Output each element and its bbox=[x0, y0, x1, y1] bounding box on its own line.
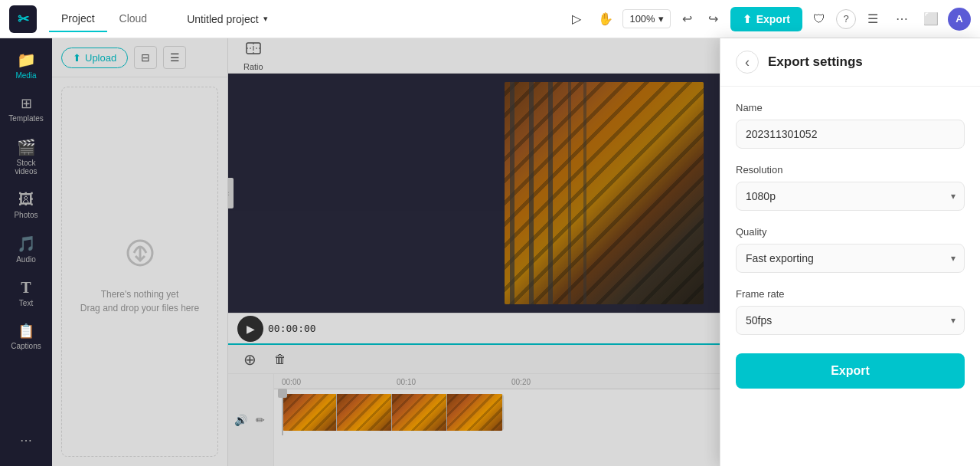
name-label: Name bbox=[736, 102, 965, 113]
project-title-text: Untitled project bbox=[187, 13, 258, 25]
templates-icon: ⊞ bbox=[21, 95, 32, 112]
framerate-label: Frame rate bbox=[736, 288, 965, 300]
quality-field: Quality Fast exporting High quality Best… bbox=[736, 226, 965, 273]
project-dropdown-icon: ▾ bbox=[263, 14, 268, 24]
sidebar-item-templates[interactable]: ⊞ Templates bbox=[4, 89, 48, 129]
media-icon: 📁 bbox=[17, 51, 36, 69]
zoom-control[interactable]: 100% ▾ bbox=[622, 9, 670, 28]
shield-btn[interactable]: 🛡 bbox=[807, 7, 831, 31]
sidebar-item-media-label: Media bbox=[15, 71, 36, 80]
more-icon: ⋯ bbox=[20, 433, 32, 448]
export-icon: ⬆ bbox=[743, 13, 752, 25]
sidebar-item-captions-label: Captions bbox=[11, 342, 41, 350]
select-tool-btn[interactable]: ▷ bbox=[564, 7, 589, 31]
quality-select-wrapper: Fast exporting High quality Best quality… bbox=[736, 244, 965, 273]
tab-project[interactable]: Project bbox=[49, 6, 107, 32]
layout-btn[interactable]: ☰ bbox=[861, 7, 885, 31]
audio-icon: 🎵 bbox=[17, 235, 36, 253]
sidebar-item-media[interactable]: 📁 Media bbox=[4, 44, 48, 86]
avatar[interactable]: A bbox=[948, 8, 971, 31]
tab-cloud[interactable]: Cloud bbox=[107, 6, 160, 32]
zoom-level: 100% bbox=[629, 13, 655, 25]
export-panel-body: Name Resolution 720p 1080p 4K ▾ Quality … bbox=[720, 87, 980, 404]
project-cloud-tabs: Project Cloud bbox=[49, 6, 159, 32]
resolution-field: Resolution 720p 1080p 4K ▾ bbox=[736, 164, 965, 211]
sidebar-item-photos[interactable]: 🖼 Photos bbox=[4, 185, 48, 225]
hand-tool-btn[interactable]: ✋ bbox=[593, 7, 618, 31]
photos-icon: 🖼 bbox=[18, 191, 34, 208]
export-panel-title: Export settings bbox=[768, 54, 863, 70]
sidebar-item-text-label: Text bbox=[19, 299, 33, 307]
export-panel-header: ‹ Export settings bbox=[720, 38, 980, 87]
captions-icon: 📋 bbox=[18, 323, 34, 340]
split-view-btn[interactable]: ⬜ bbox=[919, 7, 943, 31]
sidebar-item-stock-videos[interactable]: 🎬 Stock videos bbox=[4, 132, 48, 182]
export-action-button[interactable]: Export bbox=[736, 353, 965, 389]
resolution-label: Resolution bbox=[736, 164, 965, 176]
quality-label: Quality bbox=[736, 226, 965, 238]
name-input[interactable] bbox=[736, 120, 965, 149]
export-back-button[interactable]: ‹ bbox=[736, 51, 759, 74]
zoom-dropdown-icon: ▾ bbox=[658, 13, 664, 25]
back-icon: ‹ bbox=[745, 54, 750, 71]
panel-overlay bbox=[52, 38, 720, 466]
more-btn[interactable]: ⋯ bbox=[890, 7, 914, 31]
framerate-select[interactable]: 24fps 25fps 30fps 50fps 60fps bbox=[736, 306, 965, 335]
undo-redo-group: ↩ ↪ bbox=[675, 7, 726, 31]
help-btn[interactable]: ? bbox=[836, 9, 856, 29]
export-settings-panel: ‹ Export settings Name Resolution 720p 1… bbox=[720, 38, 980, 466]
quality-select[interactable]: Fast exporting High quality Best quality bbox=[736, 244, 965, 273]
app-logo: ✂ bbox=[9, 5, 37, 33]
sidebar-item-audio-label: Audio bbox=[16, 255, 36, 264]
stock-videos-icon: 🎬 bbox=[17, 138, 36, 156]
sidebar-item-templates-label: Templates bbox=[8, 114, 44, 123]
topbar: ✂ Project Cloud Untitled project ▾ ▷ ✋ 1… bbox=[0, 0, 980, 38]
sidebar-item-text[interactable]: T Text bbox=[4, 273, 48, 313]
framerate-field: Frame rate 24fps 25fps 30fps 50fps 60fps… bbox=[736, 288, 965, 335]
framerate-select-wrapper: 24fps 25fps 30fps 50fps 60fps ▾ bbox=[736, 306, 965, 335]
undo-btn[interactable]: ↩ bbox=[675, 7, 700, 31]
sidebar-item-photos-label: Photos bbox=[14, 211, 38, 219]
sidebar-item-captions[interactable]: 📋 Captions bbox=[4, 317, 48, 356]
name-field: Name bbox=[736, 102, 965, 149]
redo-btn[interactable]: ↪ bbox=[701, 7, 726, 31]
resolution-select[interactable]: 720p 1080p 4K bbox=[736, 182, 965, 211]
project-name[interactable]: Untitled project ▾ bbox=[181, 10, 273, 28]
resolution-select-wrapper: 720p 1080p 4K ▾ bbox=[736, 182, 965, 211]
sidebar-item-stock-videos-label: Stock videos bbox=[7, 159, 45, 176]
export-label: Export bbox=[756, 13, 790, 25]
sidebar-item-audio[interactable]: 🎵 Audio bbox=[4, 228, 48, 270]
text-icon: T bbox=[21, 279, 31, 297]
toolbar-icons: ▷ ✋ 100% ▾ ↩ ↪ ⬆ Export 🛡 ? ☰ ⋯ ⬜ A bbox=[564, 7, 971, 31]
left-sidebar: 📁 Media ⊞ Templates 🎬 Stock videos 🖼 Pho… bbox=[0, 38, 52, 466]
export-button[interactable]: ⬆ Export bbox=[730, 7, 802, 31]
sidebar-item-more[interactable]: ⋯ bbox=[4, 427, 48, 454]
